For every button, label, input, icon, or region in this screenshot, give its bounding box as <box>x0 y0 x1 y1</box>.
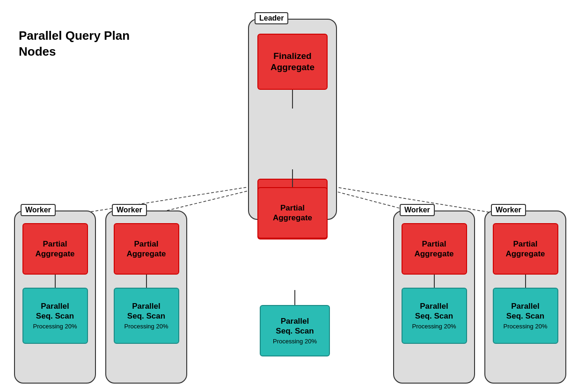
vline-w4-partial-scan <box>525 275 526 288</box>
vline-w2-partial-scan <box>146 275 147 288</box>
vline-w3-partial-scan <box>434 275 435 288</box>
leader-label: Leader <box>255 12 288 24</box>
worker1-container: Worker PartialAggregate ParallelSeq. Sca… <box>14 211 96 384</box>
worker2-processing: Processing 20% <box>124 323 168 330</box>
worker1-label: Worker <box>21 204 56 216</box>
vline-fin-gather <box>292 90 293 109</box>
worker2-seq-scan: ParallelSeq. Scan Processing 20% <box>114 288 179 344</box>
worker2-label: Worker <box>112 204 147 216</box>
worker4-label: Worker <box>491 204 526 216</box>
worker3-seq-scan: ParallelSeq. Scan Processing 20% <box>402 288 467 344</box>
center-worker-scan-area: ParallelSeq. Scan Processing 20% <box>260 290 330 356</box>
worker4-processing: Processing 20% <box>504 323 548 330</box>
worker4-partial-aggregate: PartialAggregate <box>493 223 558 275</box>
center-partial-aggregate-node: PartialAggregate <box>257 187 328 239</box>
worker2-container: Worker PartialAggregate ParallelSeq. Sca… <box>105 211 187 384</box>
leader-container: Leader FinalizedAggregate Gather Partial… <box>248 19 337 220</box>
worker3-container: Worker PartialAggregate ParallelSeq. Sca… <box>393 211 475 384</box>
worker3-processing: Processing 20% <box>412 323 456 330</box>
worker1-processing: Processing 20% <box>33 323 77 330</box>
center-seq-scan-node: ParallelSeq. Scan Processing 20% <box>260 305 330 356</box>
finalized-aggregate-node: FinalizedAggregate <box>257 34 328 90</box>
vline-gather-partial <box>292 169 293 187</box>
center-processing-label: Processing 20% <box>273 338 317 345</box>
worker1-seq-scan: ParallelSeq. Scan Processing 20% <box>22 288 88 344</box>
vline-center-partial-scan <box>294 290 295 305</box>
worker2-partial-aggregate: PartialAggregate <box>114 223 179 275</box>
worker4-container: Worker PartialAggregate ParallelSeq. Sca… <box>484 211 566 384</box>
vline-w1-partial-scan <box>55 275 56 288</box>
worker1-partial-aggregate: PartialAggregate <box>22 223 88 275</box>
worker4-seq-scan: ParallelSeq. Scan Processing 20% <box>493 288 558 344</box>
page-title: Parallel Query Plan Nodes <box>19 28 130 60</box>
worker3-partial-aggregate: PartialAggregate <box>402 223 467 275</box>
worker3-label: Worker <box>400 204 435 216</box>
